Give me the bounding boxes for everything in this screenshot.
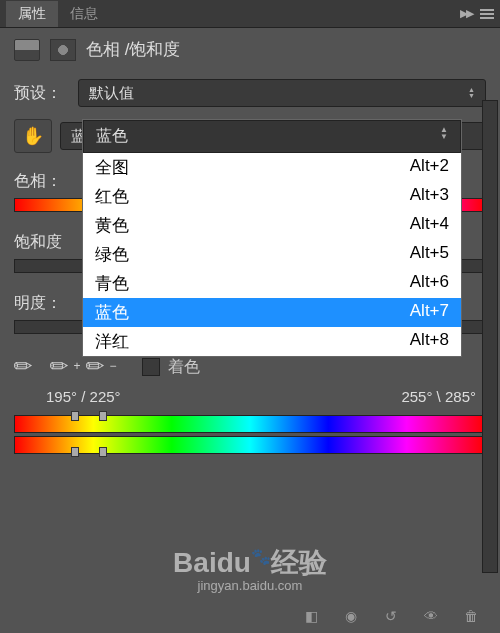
mask-icon (50, 39, 76, 61)
chevron-updown-icon: ▲▼ (440, 126, 448, 147)
dropdown-header[interactable]: 蓝色 ▲▼ (83, 120, 461, 153)
dropdown-item[interactable]: 蓝色Alt+7 (83, 298, 461, 327)
dropdown-item[interactable]: 红色Alt+3 (83, 182, 461, 211)
eyedropper-icon[interactable]: ✎ (7, 351, 38, 382)
dropdown-item[interactable]: 青色Alt+6 (83, 269, 461, 298)
targeted-adjustment-tool[interactable]: ✋ (14, 119, 52, 153)
collapse-icon[interactable]: ▶▶ (460, 7, 472, 20)
range-end-outer: 255° \ 285° (401, 388, 476, 405)
preset-select[interactable]: 默认值 ▲▼ (78, 79, 486, 107)
view-previous-icon[interactable]: ◉ (340, 607, 362, 625)
dropdown-item[interactable]: 全图Alt+2 (83, 153, 461, 182)
spectrum-bottom[interactable] (14, 436, 486, 454)
adjustment-icon (14, 39, 40, 61)
panel-menu-icon[interactable] (480, 9, 494, 19)
eyedropper-add-icon[interactable]: ✎+ (43, 351, 74, 382)
spectrum-top[interactable] (14, 415, 486, 433)
tab-info[interactable]: 信息 (58, 1, 110, 27)
clip-to-layer-icon[interactable]: ◧ (300, 607, 322, 625)
chevron-updown-icon: ▲▼ (468, 87, 475, 99)
colorize-label: 着色 (168, 357, 200, 378)
colorize-checkbox[interactable] (142, 358, 160, 376)
preset-value: 默认值 (89, 84, 134, 103)
dropdown-item[interactable]: 黄色Alt+4 (83, 211, 461, 240)
range-start-outer: 195° / 225° (46, 388, 121, 405)
reset-icon[interactable]: ↺ (380, 607, 402, 625)
channel-dropdown: 蓝色 ▲▼ 全图Alt+2红色Alt+3黄色Alt+4绿色Alt+5青色Alt+… (82, 119, 462, 357)
tab-properties[interactable]: 属性 (6, 1, 58, 27)
delete-icon[interactable]: 🗑 (460, 607, 482, 625)
watermark: Baidu🐾经验 jingyan.baidu.com (173, 544, 327, 593)
dropdown-item[interactable]: 洋红Alt+8 (83, 327, 461, 356)
panel-title: 色相 /饱和度 (86, 38, 180, 61)
scrollbar[interactable] (482, 100, 498, 573)
preset-label: 预设： (14, 83, 70, 104)
toggle-visibility-icon[interactable]: 👁 (420, 607, 442, 625)
dropdown-item[interactable]: 绿色Alt+5 (83, 240, 461, 269)
